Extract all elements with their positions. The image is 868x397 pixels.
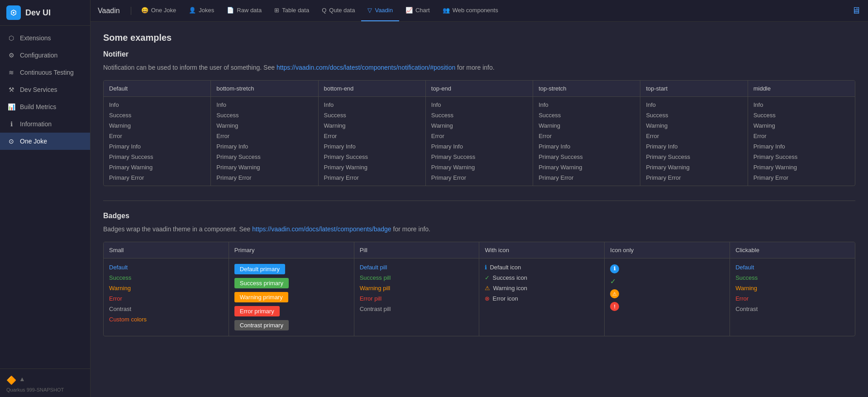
notifier-item-0-3[interactable]: Error — [109, 132, 205, 140]
notifier-item-3-2[interactable]: Warning — [431, 121, 527, 130]
notifier-item-6-2[interactable]: Warning — [754, 121, 849, 130]
badge-icon-only-1: ✓ — [610, 277, 724, 286]
notifier-item-6-5[interactable]: Primary Success — [754, 153, 849, 161]
badge-primary-0[interactable]: Default primary — [234, 264, 285, 274]
notifier-item-5-4[interactable]: Primary Info — [646, 142, 742, 151]
sidebar-item-continuous-testing[interactable]: ≋ Continuous Testing — [0, 64, 90, 81]
quarkus-icon[interactable]: 🔶 — [6, 375, 16, 385]
notifier-item-2-5[interactable]: Primary Success — [324, 153, 420, 161]
nav-tab-vaadin[interactable]: ▽ Vaadin — [361, 0, 399, 21]
badge-primary-2[interactable]: Warning primary — [234, 292, 288, 302]
notifier-col-1: bottom-stretchInfoSuccessWarningErrorPri… — [211, 81, 318, 186]
notifier-item-3-0[interactable]: Info — [431, 100, 527, 109]
notifier-item-5-2[interactable]: Warning — [646, 121, 742, 130]
badge-primary-1[interactable]: Success primary — [234, 278, 289, 288]
notifier-item-2-4[interactable]: Primary Info — [324, 142, 420, 151]
sidebar-item-information[interactable]: ℹ Information — [0, 115, 90, 133]
notifier-item-2-1[interactable]: Success — [324, 111, 420, 120]
nav-tab-raw-data[interactable]: 📄 Raw data — [220, 0, 268, 21]
notifier-item-3-4[interactable]: Primary Info — [431, 142, 527, 151]
notifier-item-6-7[interactable]: Primary Error — [754, 173, 849, 182]
notifier-item-6-3[interactable]: Error — [754, 132, 849, 140]
notifier-link[interactable]: https://vaadin.com/docs/latest/component… — [277, 64, 455, 71]
nav-tab-icon-jokes: 👤 — [189, 7, 196, 14]
notifier-item-4-5[interactable]: Primary Success — [539, 153, 634, 161]
notifier-item-6-4[interactable]: Primary Info — [754, 142, 849, 151]
notifier-item-4-1[interactable]: Success — [539, 111, 634, 120]
badge-clickable-2[interactable]: Warning — [735, 285, 849, 292]
nav-tab-icon-chart: 📈 — [405, 7, 413, 14]
notifier-item-3-3[interactable]: Error — [431, 132, 527, 140]
notifier-item-6-1[interactable]: Success — [754, 111, 849, 120]
notifier-item-1-7[interactable]: Primary Error — [216, 173, 312, 182]
sidebar-item-configuration[interactable]: ⚙ Configuration — [0, 47, 90, 64]
notifier-item-1-3[interactable]: Error — [216, 132, 312, 140]
badges-col-header-2: Pill — [354, 242, 479, 258]
notifier-item-2-0[interactable]: Info — [324, 100, 420, 109]
badges-link[interactable]: https://vaadin.com/docs/latest/component… — [252, 225, 391, 233]
badges-col-1: PrimaryDefault primarySuccess primaryWar… — [229, 242, 354, 336]
notifier-item-6-6[interactable]: Primary Warning — [754, 163, 849, 172]
badge-clickable-4[interactable]: Contrast — [735, 306, 849, 312]
badge-small-1: Success — [109, 274, 223, 281]
notifier-item-3-6[interactable]: Primary Warning — [431, 163, 527, 172]
notifier-item-5-7[interactable]: Primary Error — [646, 173, 742, 182]
notifier-item-3-7[interactable]: Primary Error — [431, 173, 527, 182]
notifier-item-0-6[interactable]: Primary Warning — [109, 163, 205, 172]
notifier-item-4-0[interactable]: Info — [539, 100, 634, 109]
nav-tab-label-table-data: Table data — [282, 7, 309, 14]
notifier-item-4-2[interactable]: Warning — [539, 121, 634, 130]
notifier-item-4-7[interactable]: Primary Error — [539, 173, 634, 182]
notifier-item-1-2[interactable]: Warning — [216, 121, 312, 130]
notifier-item-0-1[interactable]: Success — [109, 111, 205, 120]
notifier-item-2-7[interactable]: Primary Error — [324, 173, 420, 182]
sidebar-item-one-joke[interactable]: ⊙ One Joke — [0, 133, 90, 150]
notifier-item-5-3[interactable]: Error — [646, 132, 742, 140]
badge-clickable-3[interactable]: Error — [735, 295, 849, 302]
notifier-item-1-6[interactable]: Primary Warning — [216, 163, 312, 172]
monitor-icon[interactable]: 🖥 — [852, 5, 861, 16]
notifier-item-5-5[interactable]: Primary Success — [646, 153, 742, 161]
notifier-item-2-2[interactable]: Warning — [324, 121, 420, 130]
notifier-item-2-3[interactable]: Error — [324, 132, 420, 140]
notifier-item-0-5[interactable]: Primary Success — [109, 153, 205, 161]
nav-tab-jokes[interactable]: 👤 Jokes — [182, 0, 220, 21]
notifier-item-1-4[interactable]: Primary Info — [216, 142, 312, 151]
notifier-item-0-7[interactable]: Primary Error — [109, 173, 205, 182]
badge-icon-only-0: ℹ — [610, 264, 724, 273]
notifier-item-1-1[interactable]: Success — [216, 111, 312, 120]
nav-tab-icon-web-components: 👥 — [443, 7, 450, 14]
nav-tab-web-components[interactable]: 👥 Web components — [436, 0, 505, 21]
notifier-item-4-6[interactable]: Primary Warning — [539, 163, 634, 172]
page-heading: Some examples — [103, 33, 855, 43]
notifier-item-4-3[interactable]: Error — [539, 132, 634, 140]
notifier-col-3: top-endInfoSuccessWarningErrorPrimary In… — [426, 81, 533, 186]
nav-tab-chart[interactable]: 📈 Chart — [399, 0, 436, 21]
badges-col-5: ClickableDefaultSuccessWarningErrorContr… — [730, 242, 855, 336]
badge-primary-3[interactable]: Error primary — [234, 306, 280, 316]
notifier-item-5-0[interactable]: Info — [646, 100, 742, 109]
badge-clickable-1[interactable]: Success — [735, 274, 849, 281]
notifier-item-6-0[interactable]: Info — [754, 100, 849, 109]
badge-primary-4[interactable]: Contrast primary — [234, 320, 289, 330]
badge-clickable-0[interactable]: Default — [735, 264, 849, 271]
chevron-up-icon[interactable]: ▲ — [19, 375, 25, 385]
nav-tab-one-joke[interactable]: 😄 One Joke — [135, 0, 183, 21]
nav-tab-qute-data[interactable]: Q Qute data — [315, 0, 361, 21]
notifier-item-1-0[interactable]: Info — [216, 100, 312, 109]
notifier-item-5-1[interactable]: Success — [646, 111, 742, 120]
nav-tab-table-data[interactable]: ⊞ Table data — [268, 0, 315, 21]
notifier-item-3-5[interactable]: Primary Success — [431, 153, 527, 161]
notifier-item-0-2[interactable]: Warning — [109, 121, 205, 130]
sidebar-item-dev-services[interactable]: ⚒ Dev Services — [0, 81, 90, 98]
sidebar-item-extensions[interactable]: ⬡ Extensions — [0, 29, 90, 47]
notifier-item-0-4[interactable]: Primary Info — [109, 142, 205, 151]
nav-tab-label-chart: Chart — [415, 7, 430, 14]
sidebar-item-build-metrics[interactable]: 📊 Build Metrics — [0, 98, 90, 115]
notifier-item-5-6[interactable]: Primary Warning — [646, 163, 742, 172]
notifier-item-2-6[interactable]: Primary Warning — [324, 163, 420, 172]
notifier-item-3-1[interactable]: Success — [431, 111, 527, 120]
notifier-item-0-0[interactable]: Info — [109, 100, 205, 109]
notifier-item-1-5[interactable]: Primary Success — [216, 153, 312, 161]
notifier-item-4-4[interactable]: Primary Info — [539, 142, 634, 151]
